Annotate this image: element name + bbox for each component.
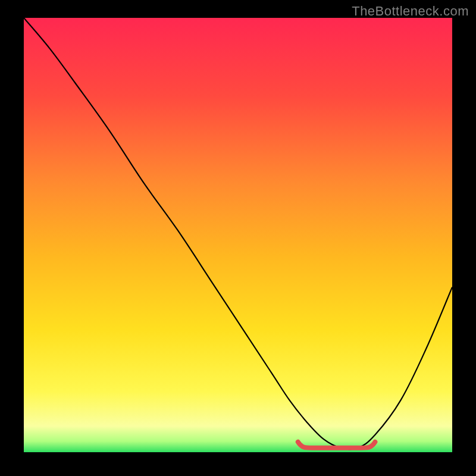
watermark-text: TheBottleneck.com xyxy=(352,4,469,19)
chart-container: TheBottleneck.com xyxy=(0,0,476,476)
chart-svg xyxy=(24,18,452,452)
plot-area xyxy=(24,18,452,452)
gradient-rect xyxy=(24,18,452,452)
